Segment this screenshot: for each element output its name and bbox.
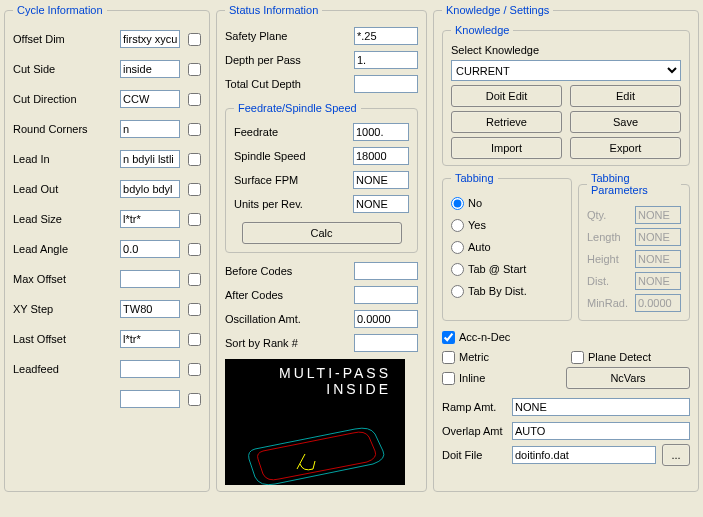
cycle-input[interactable]	[120, 210, 180, 228]
tabbing-radio[interactable]	[451, 241, 464, 254]
tabparam-input	[635, 294, 681, 312]
status-information-group: Status Information Safety PlaneDepth per…	[216, 4, 427, 492]
retrieve-button[interactable]: Retrieve	[451, 111, 562, 133]
status2-input[interactable]	[354, 286, 418, 304]
tabbing-option-label: Yes	[468, 219, 563, 231]
cycle-input[interactable]	[120, 60, 180, 78]
tabparam-input	[635, 272, 681, 290]
knowledge-sub-legend: Knowledge	[451, 24, 513, 36]
cycle-checkbox[interactable]	[188, 363, 201, 376]
metric-checkbox[interactable]	[442, 351, 455, 364]
cycle-label: Lead In	[13, 153, 120, 165]
cycle-input[interactable]	[120, 180, 180, 198]
cycle-checkbox[interactable]	[188, 93, 201, 106]
tabparam-input	[635, 206, 681, 224]
import-button[interactable]: Import	[451, 137, 562, 159]
cycle-input[interactable]	[120, 270, 180, 288]
tabbing-legend: Tabbing	[451, 172, 498, 184]
cycle-label: Lead Out	[13, 183, 120, 195]
cycle-input[interactable]	[120, 150, 180, 168]
cycle-checkbox[interactable]	[188, 273, 201, 286]
status2-label: After Codes	[225, 289, 354, 301]
status-label: Safety Plane	[225, 30, 354, 42]
doit-file-input[interactable]	[512, 446, 656, 464]
status-label: Depth per Pass	[225, 54, 354, 66]
status-input[interactable]	[354, 27, 418, 45]
cycle-checkbox[interactable]	[188, 123, 201, 136]
feedrate-legend: Feedrate/Spindle Speed	[234, 102, 361, 114]
status-label: Total Cut Depth	[225, 78, 354, 90]
cycle-checkbox[interactable]	[188, 393, 201, 406]
tabparam-label: Length	[587, 231, 635, 243]
calc-button[interactable]: Calc	[242, 222, 402, 244]
fs-input[interactable]	[353, 195, 409, 213]
overlap-amt-input[interactable]	[512, 422, 690, 440]
plane-detect-label: Plane Detect	[588, 351, 690, 363]
cycle-legend: Cycle Information	[13, 4, 107, 16]
doit-file-browse-button[interactable]: ...	[662, 444, 690, 466]
cycle-input[interactable]	[120, 120, 180, 138]
cycle-checkbox[interactable]	[188, 63, 201, 76]
fs-label: Units per Rev.	[234, 198, 353, 210]
status2-label: Oscillation Amt.	[225, 313, 354, 325]
knowledge-legend: Knowledge / Settings	[442, 4, 553, 16]
tabbing-radio[interactable]	[451, 197, 464, 210]
tabbing-radio[interactable]	[451, 263, 464, 276]
fs-label: Surface FPM	[234, 174, 353, 186]
feedrate-group: Feedrate/Spindle Speed FeedrateSpindle S…	[225, 102, 418, 253]
cycle-label: Leadfeed	[13, 363, 120, 375]
cycle-checkbox[interactable]	[188, 303, 201, 316]
edit-button[interactable]: Edit	[570, 85, 681, 107]
cycle-input[interactable]	[120, 30, 180, 48]
status-input[interactable]	[354, 51, 418, 69]
fs-input[interactable]	[353, 123, 409, 141]
cycle-input[interactable]	[120, 390, 180, 408]
tabbing-option-label: Auto	[468, 241, 563, 253]
fs-input[interactable]	[353, 171, 409, 189]
cycle-label: Lead Angle	[13, 243, 120, 255]
cycle-information-group: Cycle Information Offset DimCut SideCut …	[4, 4, 210, 492]
cycle-label: Cut Side	[13, 63, 120, 75]
cycle-checkbox[interactable]	[188, 33, 201, 46]
status2-label: Before Codes	[225, 265, 354, 277]
export-button[interactable]: Export	[570, 137, 681, 159]
cycle-input[interactable]	[120, 90, 180, 108]
status2-input[interactable]	[354, 262, 418, 280]
fs-input[interactable]	[353, 147, 409, 165]
select-knowledge[interactable]: CURRENT	[451, 60, 681, 81]
cycle-input[interactable]	[120, 240, 180, 258]
acc-n-dec-checkbox[interactable]	[442, 331, 455, 344]
overlap-amt-label: Overlap Amt	[442, 425, 512, 437]
cycle-input[interactable]	[120, 300, 180, 318]
status-legend: Status Information	[225, 4, 322, 16]
fs-label: Feedrate	[234, 126, 353, 138]
select-knowledge-label: Select Knowledge	[451, 44, 681, 56]
status2-input[interactable]	[354, 334, 418, 352]
cycle-label: Offset Dim	[13, 33, 120, 45]
acc-n-dec-label: Acc-n-Dec	[459, 331, 690, 343]
cycle-checkbox[interactable]	[188, 183, 201, 196]
tabbing-radio[interactable]	[451, 219, 464, 232]
cycle-checkbox[interactable]	[188, 153, 201, 166]
preview-image: MULTI-PASSINSIDE	[225, 359, 405, 485]
inline-checkbox[interactable]	[442, 372, 455, 385]
cycle-input[interactable]	[120, 360, 180, 378]
cycle-checkbox[interactable]	[188, 243, 201, 256]
inline-label: Inline	[459, 372, 556, 384]
cycle-input[interactable]	[120, 330, 180, 348]
cycle-checkbox[interactable]	[188, 333, 201, 346]
status-input[interactable]	[354, 75, 418, 93]
ramp-amt-input[interactable]	[512, 398, 690, 416]
plane-detect-checkbox[interactable]	[571, 351, 584, 364]
tabbing-params-legend: Tabbing Parameters	[587, 172, 681, 196]
ncvars-button[interactable]: NcVars	[566, 367, 690, 389]
save-button[interactable]: Save	[570, 111, 681, 133]
cycle-label: Lead Size	[13, 213, 120, 225]
cycle-checkbox[interactable]	[188, 213, 201, 226]
cycle-label: XY Step	[13, 303, 120, 315]
tabbing-radio[interactable]	[451, 285, 464, 298]
doit-edit-button[interactable]: Doit Edit	[451, 85, 562, 107]
ramp-amt-label: Ramp Amt.	[442, 401, 512, 413]
status2-input[interactable]	[354, 310, 418, 328]
preview-title: MULTI-PASSINSIDE	[239, 365, 391, 397]
